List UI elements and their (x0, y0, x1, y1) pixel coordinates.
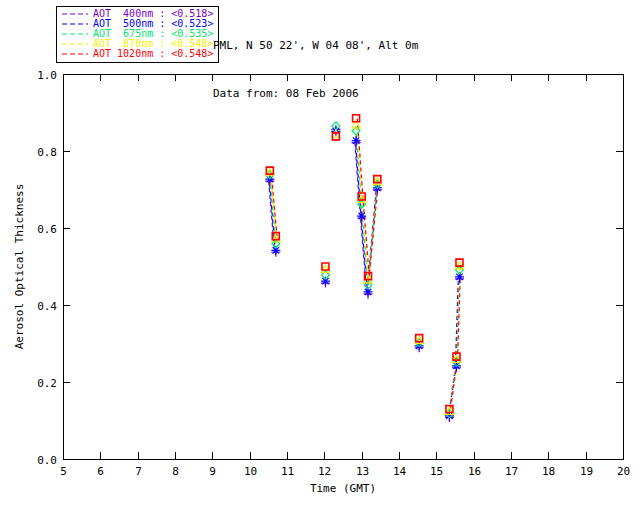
x-tick-label: 15 (430, 465, 443, 478)
y-axis-title: Aerosol Optical Thickness (13, 184, 26, 350)
y-tick-label: 0.0 (37, 454, 57, 467)
x-tick-label: 10 (244, 465, 257, 478)
x-tick-label: 18 (542, 465, 555, 478)
y-tick-label: 1.0 (37, 69, 57, 82)
x-tick-label: 6 (97, 465, 104, 478)
marker-asterisk-500nm (352, 136, 361, 145)
x-tick-label: 13 (356, 465, 369, 478)
y-tick-label: 0.2 (37, 377, 57, 390)
y-tick-label: 0.6 (37, 223, 57, 236)
aot-chart: 5678910111213141516171819200.00.20.40.60… (0, 0, 640, 512)
x-tick-label: 14 (393, 465, 407, 478)
x-tick-label: 12 (318, 465, 331, 478)
x-tick-label: 20 (617, 465, 630, 478)
x-tick-label: 17 (505, 465, 518, 478)
x-tick-label: 9 (209, 465, 216, 478)
x-tick-label: 11 (281, 465, 294, 478)
x-axis-title: Time (GMT) (310, 482, 376, 495)
x-tick-label: 7 (135, 465, 142, 478)
series-line-400nm (448, 279, 458, 418)
x-tick-label: 5 (60, 465, 67, 478)
x-tick-label: 8 (172, 465, 179, 478)
x-tick-label: 16 (468, 465, 481, 478)
plot-frame (63, 74, 623, 459)
marker-asterisk-500nm (357, 212, 366, 221)
x-tick-label: 19 (580, 465, 593, 478)
marker-asterisk-500nm (321, 277, 330, 286)
aot-plot-page: AOT 400nm : <0.518>AOT 500nm : <0.523>AO… (0, 0, 640, 512)
y-tick-label: 0.8 (37, 146, 57, 159)
y-tick-label: 0.4 (37, 300, 57, 313)
